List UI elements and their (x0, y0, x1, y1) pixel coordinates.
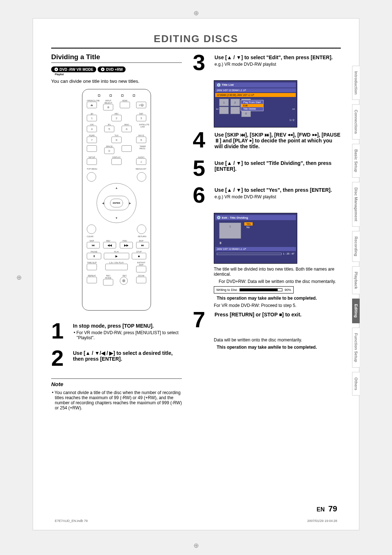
tab-editing: Editing (352, 299, 360, 323)
step-6: 6Use [▲ / ▼] to select "Yes", then press… (193, 186, 341, 205)
note-body: • You cannot divide a title of the disc … (51, 390, 182, 410)
footer-timestamp: 2007/01/29 19:04:28 (307, 519, 337, 523)
tab-playback: Playback (352, 266, 360, 295)
after-text-3: For VR mode DVD-RW: Proceed to step 5. (214, 303, 341, 308)
crop-mark-bottom: ⊕ (193, 542, 199, 550)
page-number: EN79 (317, 504, 337, 514)
step-4: 4Use [SKIP ⏮], [SKIP ⏭], [REV ◀◀], [FWD … (193, 130, 341, 151)
after-text-2: For DVD+RW: Data will be written onto th… (214, 279, 341, 284)
crop-mark-left: ⊕ (16, 274, 22, 281)
warning-1: This operation may take awhile to be com… (193, 296, 341, 301)
step-3: 3Use [▲ / ▼] to select "Edit", then pres… (193, 53, 341, 72)
tab-recording: Recording (352, 231, 360, 262)
tab-disc-management: Disc Management (352, 182, 360, 227)
tab-introduction: Introduction (352, 66, 360, 100)
svg-point-1 (56, 69, 57, 70)
footer-file: E7E7AUD_EN.indb 79 (55, 519, 88, 523)
step-7: 7Press [RETURN] or [STOP ■] to exit. (193, 310, 341, 329)
page-title: EDITING DISCS (51, 33, 341, 49)
after-text-1: The title will be divided into two new t… (214, 267, 341, 277)
section-title: Dividing a Title (51, 53, 182, 63)
disc-badges: DVD -RW VR MODE DVD +RW (51, 66, 182, 72)
svg-point-3 (102, 69, 103, 70)
note-heading: Note (51, 378, 182, 387)
intro-text: You can divide one title into two new ti… (51, 78, 182, 84)
section-tabs: IntroductionConnectionsBasic SetupDisc M… (352, 66, 360, 396)
step-5: 5Use [▲ / ▼] to select "Title Dividing",… (193, 159, 341, 178)
playlist-caption: Playlist (55, 73, 182, 76)
writing-progress: Writing to Disc 90% (214, 286, 294, 293)
title-list-screenshot: 💿Title List JAN/ 1/07 12:00AM L1 LP 12:0… (214, 80, 297, 127)
crop-mark-top: ⊕ (193, 9, 199, 17)
tab-others: Others (352, 372, 360, 396)
manual-page: EDITING DISCS Dividing a Title DVD -RW V… (33, 18, 359, 530)
tab-basic-setup: Basic Setup (352, 144, 360, 178)
step-1: 1In stop mode, press [TOP MENU].• For VR… (51, 321, 182, 341)
tab-function-setup: Function Setup (352, 328, 360, 368)
badge-dvd-plus-rw: DVD +RW (98, 66, 126, 72)
after-step7: Data will be written onto the disc momen… (214, 337, 341, 343)
step-2: 2Use [▲ / ▼/◀ / ▶] to select a desired t… (51, 349, 182, 368)
badge-dvd-rw-vr: DVD -RW VR MODE (51, 66, 96, 72)
remote-illustration: OPEN/CLOSE⏏ INPUT SELECT⊕ HDMI I/⏻ .@/:1… (82, 89, 151, 311)
tab-connections: Connections (352, 104, 360, 139)
title-dividing-screenshot: 💿Edit - Title Dividing 1 Yes No ⏸ JAN/ 1… (214, 213, 297, 264)
warning-2: This operation may take awhile to be com… (193, 345, 341, 350)
